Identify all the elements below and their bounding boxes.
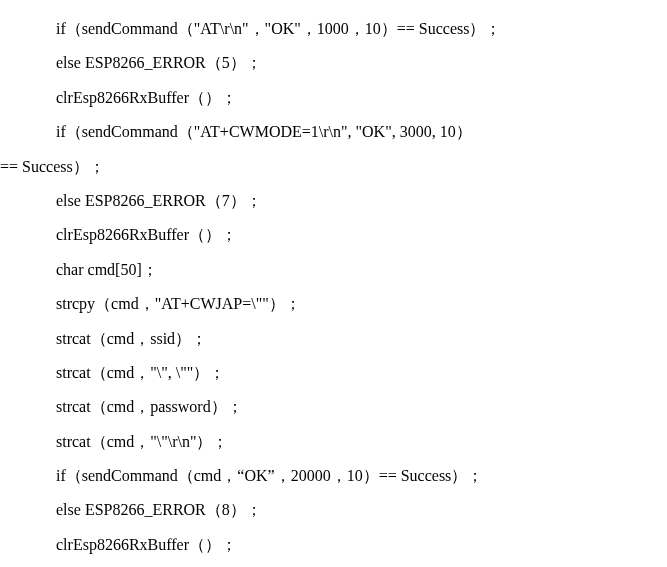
code-line: else ESP8266_ERROR（8）； (0, 493, 667, 527)
code-line: char cmd[50]； (0, 253, 667, 287)
code-line: == Success）； (0, 150, 667, 184)
code-line: else ESP8266_ERROR（7）； (0, 184, 667, 218)
code-block: if（sendCommand（"AT\r\n"，"OK"，1000，10）== … (0, 0, 667, 562)
code-line: if（sendCommand（cmd，“OK”，20000，10）== Succ… (0, 459, 667, 493)
code-line: strcat（cmd，password）； (0, 390, 667, 424)
code-line: if（sendCommand（"AT\r\n"，"OK"，1000，10）== … (0, 12, 667, 46)
code-line: clrEsp8266RxBuffer（）； (0, 81, 667, 115)
code-line: strcpy（cmd，"AT+CWJAP=\""）； (0, 287, 667, 321)
code-line: else ESP8266_ERROR（5）； (0, 46, 667, 80)
code-line: strcat（cmd，"\", \""）； (0, 356, 667, 390)
code-line: clrEsp8266RxBuffer（）； (0, 218, 667, 252)
code-line: strcat（cmd，"\"\r\n"）； (0, 425, 667, 459)
code-line: clrEsp8266RxBuffer（）； (0, 528, 667, 562)
code-line: if（sendCommand（"AT+CWMODE=1\r\n", "OK", … (0, 115, 667, 149)
code-line: strcat（cmd，ssid）； (0, 322, 667, 356)
